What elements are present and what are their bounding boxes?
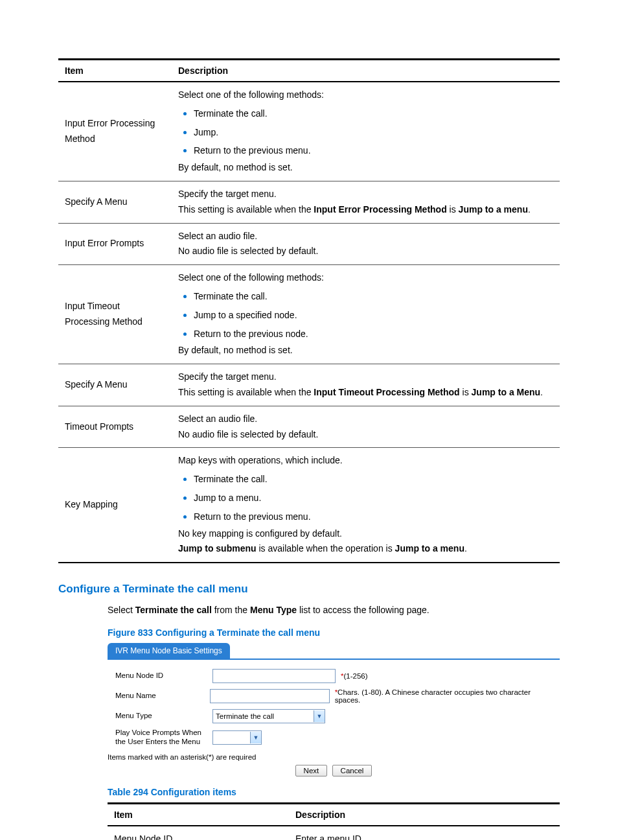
cell-desc: Enter a menu ID.	[289, 826, 560, 840]
button-row: Next Cancel	[108, 765, 560, 776]
config-items-table-1: Item Description Input Error Processing …	[58, 58, 560, 563]
label-play-prompts: Play Voice Prompts When the User Enters …	[115, 729, 212, 747]
cell-item: Input Error Prompts	[58, 223, 172, 265]
cell-item: Timeout Prompts	[58, 406, 172, 448]
select-play-prompts[interactable]: ▼	[212, 730, 262, 745]
select-menu-type-value: Terminate the call	[216, 712, 274, 720]
cell-desc: Specify the target menu. This setting is…	[172, 181, 560, 223]
cell-desc: Select one of the following methods: Ter…	[172, 82, 560, 181]
hint-menu-name: *Chars. (1-80). A Chinese character occu…	[335, 688, 552, 704]
select-menu-type[interactable]: Terminate the call ▼	[212, 709, 325, 723]
cell-item: Specify A Menu	[58, 364, 172, 406]
cell-desc: Select an audio file. No audio file is s…	[172, 223, 560, 265]
th-description: Description	[289, 803, 560, 826]
table-row: Input Timeout Processing Method Select o…	[58, 265, 560, 364]
cell-item: Key Mapping	[58, 448, 172, 563]
form-area: Menu Node ID *(1-256) Menu Name *Chars. …	[108, 660, 560, 752]
label-menu-node-id: Menu Node ID	[115, 671, 212, 681]
figure-caption: Figure 833 Configuring a Terminate the c…	[108, 627, 560, 638]
config-items-table-2: Item Description Menu Node ID Enter a me…	[108, 802, 560, 840]
th-item: Item	[58, 60, 172, 82]
cell-item: Menu Node ID	[108, 826, 289, 840]
cell-item: Input Error Processing Method	[58, 82, 172, 181]
chevron-down-icon: ▼	[250, 732, 261, 743]
th-description: Description	[172, 60, 560, 82]
cell-desc: Select an audio file. No audio file is s…	[172, 406, 560, 448]
table-row: Input Error Prompts Select an audio file…	[58, 223, 560, 265]
cell-item: Specify A Menu	[58, 181, 172, 223]
table-row: Input Error Processing Method Select one…	[58, 82, 560, 181]
table-caption: Table 294 Configuration items	[108, 787, 560, 797]
table-row: Specify A Menu Specify the target menu. …	[58, 181, 560, 223]
section-heading: Configure a Terminate the call menu	[58, 583, 560, 596]
table-row: Specify A Menu Specify the target menu. …	[58, 364, 560, 406]
input-menu-name[interactable]	[210, 689, 330, 703]
input-menu-node-id[interactable]	[212, 669, 336, 683]
required-footnote: Items marked with an asterisk(*) are req…	[108, 753, 560, 761]
body-text: Select Terminate the call from the Menu …	[108, 603, 560, 617]
tab-basic-settings[interactable]: IVR Menu Node Basic Settings	[108, 643, 230, 659]
hint-menu-node-id: *(1-256)	[341, 672, 368, 680]
table-row: Key Mapping Map keys with operations, wh…	[58, 448, 560, 563]
cell-item: Input Timeout Processing Method	[58, 265, 172, 364]
label-menu-name: Menu Name	[115, 692, 210, 701]
tab-strip: IVR Menu Node Basic Settings	[108, 643, 560, 660]
table-row: Menu Node ID Enter a menu ID.	[108, 826, 560, 840]
cancel-button[interactable]: Cancel	[332, 765, 372, 776]
figure-ivr-settings: IVR Menu Node Basic Settings Menu Node I…	[108, 643, 560, 776]
label-menu-type: Menu Type	[115, 712, 212, 721]
cell-desc: Specify the target menu. This setting is…	[172, 364, 560, 406]
table-row: Timeout Prompts Select an audio file. No…	[58, 406, 560, 448]
cell-desc: Map keys with operations, which include.…	[172, 448, 560, 563]
cell-desc: Select one of the following methods: Ter…	[172, 265, 560, 364]
chevron-down-icon: ▼	[314, 710, 325, 722]
next-button[interactable]: Next	[295, 765, 328, 776]
th-item: Item	[108, 803, 289, 826]
